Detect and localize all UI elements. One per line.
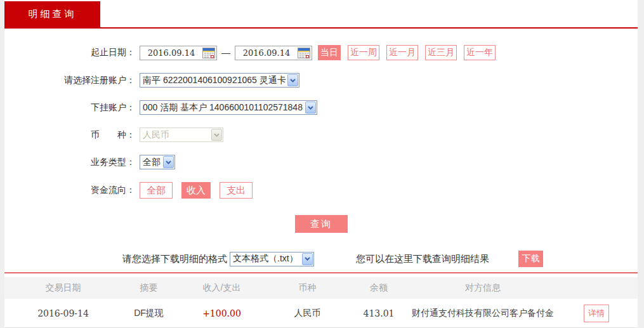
section-divider xyxy=(4,272,638,273)
currency-value: 人民币 xyxy=(140,129,211,141)
header-currency: 币种 xyxy=(268,282,347,294)
download-format-label: 请您选择下载明细的格式 xyxy=(122,253,227,265)
download-format-select[interactable]: 文本格式（.txt） xyxy=(230,252,314,266)
sub-account-value: 000 活期 基本户 1406600101102571848 xyxy=(140,102,305,114)
sub-account-select[interactable]: 000 活期 基本户 1406600101102571848 xyxy=(140,100,317,115)
header-summary: 摘要 xyxy=(122,282,176,294)
date-separator: — xyxy=(221,48,230,58)
table-row: 2016-09-14 DF提现 +100.00 人民币 413.01 财付通支付… xyxy=(4,299,638,328)
fund-flow-row: 资金流向： 全部 收入 支出 xyxy=(4,182,638,199)
business-type-row: 业务类型： 全部 xyxy=(4,155,638,169)
content-panel: 明细查询 起止日期： 2016.09.14 xyxy=(4,0,638,328)
sub-account-label: 下挂账户： xyxy=(4,102,135,114)
tab-detail-query[interactable]: 明细查询 xyxy=(4,1,100,27)
download-format-value: 文本格式（.txt） xyxy=(230,253,302,265)
header-counterparty: 对方信息 xyxy=(411,282,555,294)
quick-range-month-button[interactable]: 近一月 xyxy=(386,45,418,60)
date-range-row: 起止日期： 2016.09.14 xyxy=(4,45,638,60)
download-row: 请您选择下载明细的格式 文本格式（.txt） 您可以在这里下载查询明细结果 下载 xyxy=(4,251,638,267)
quick-range-year-button[interactable]: 近一年 xyxy=(464,45,496,60)
table-header: 交易日期 摘要 收入/支出 币种 余额 对方信息 xyxy=(4,277,638,299)
cell-summary: DF提现 xyxy=(122,308,176,319)
download-hint: 您可以在这里下载查询明细结果 xyxy=(356,253,489,265)
register-account-select[interactable]: 南平 6222001406100921065 灵通卡 xyxy=(140,73,299,88)
end-date-value: 2016.09.14 xyxy=(235,48,298,58)
quick-range-quarter-button[interactable]: 近三月 xyxy=(425,45,457,60)
register-account-value: 南平 6222001406100921065 灵通卡 xyxy=(140,75,287,86)
query-button-row: 查询 xyxy=(4,215,638,233)
page: 明细查询 起止日期： 2016.09.14 xyxy=(0,0,644,328)
currency-select: 人民币 xyxy=(140,128,223,142)
fund-flow-all-button[interactable]: 全部 xyxy=(140,182,173,199)
business-type-value: 全部 xyxy=(140,157,163,168)
chevron-down-icon xyxy=(211,129,222,141)
fund-flow-income-button[interactable]: 收入 xyxy=(181,182,211,199)
register-account-row: 请选择注册账户： 南平 6222001406100921065 灵通卡 xyxy=(4,73,638,88)
register-account-label: 请选择注册账户： xyxy=(4,75,135,86)
tab-bar: 明细查询 xyxy=(4,0,638,29)
sub-account-row: 下挂账户： 000 活期 基本户 1406600101102571848 xyxy=(4,100,638,115)
end-date-input[interactable]: 2016.09.14 xyxy=(235,46,312,60)
query-form: 起止日期： 2016.09.14 xyxy=(4,29,638,233)
quick-range-today-button[interactable]: 当日 xyxy=(318,45,341,60)
cell-amount: +100.00 xyxy=(176,308,268,318)
quick-range-week-button[interactable]: 近一周 xyxy=(348,45,379,60)
cell-balance: 413.01 xyxy=(347,308,411,318)
chevron-down-icon xyxy=(163,156,174,168)
date-range-label: 起止日期： xyxy=(4,47,135,58)
start-date-input[interactable]: 2016.09.14 xyxy=(140,46,217,60)
calendar-icon[interactable] xyxy=(202,48,215,58)
business-type-label: 业务类型： xyxy=(4,157,135,168)
query-button[interactable]: 查询 xyxy=(295,215,348,233)
fund-flow-label: 资金流向： xyxy=(4,185,135,196)
detail-button[interactable]: 详情 xyxy=(584,305,609,322)
chevron-down-icon xyxy=(302,253,313,265)
start-date-value: 2016.09.14 xyxy=(140,48,202,58)
cell-currency: 人民币 xyxy=(268,308,347,319)
chevron-down-icon xyxy=(305,102,316,114)
business-type-select[interactable]: 全部 xyxy=(140,155,175,169)
header-balance: 余额 xyxy=(347,282,411,294)
fund-flow-expense-button[interactable]: 支出 xyxy=(220,182,253,199)
chevron-down-icon xyxy=(287,74,298,86)
header-trade-date: 交易日期 xyxy=(4,282,122,294)
header-income-expense: 收入/支出 xyxy=(176,282,268,294)
download-button[interactable]: 下载 xyxy=(518,251,543,267)
cell-trade-date: 2016-09-14 xyxy=(4,308,122,318)
calendar-icon[interactable] xyxy=(298,48,310,58)
currency-label: 币 种： xyxy=(4,129,135,141)
cell-counterparty: 财付通支付科技有限公司客户备付金 xyxy=(411,308,555,319)
cell-action: 详情 xyxy=(555,305,638,322)
currency-row: 币 种： 人民币 xyxy=(4,128,638,142)
